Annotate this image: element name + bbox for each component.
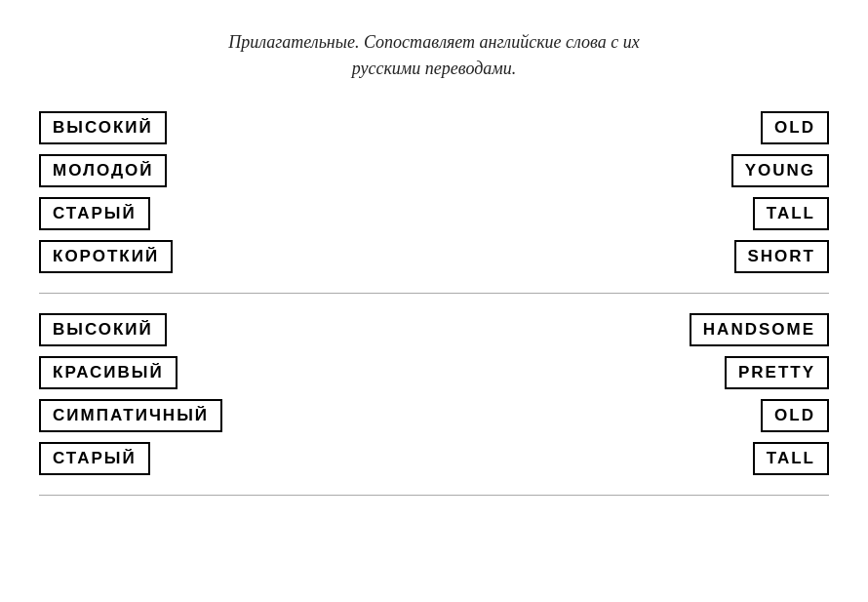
right-word-box[interactable]: SHORT [734,240,830,273]
right-word-box[interactable]: OLD [761,399,829,432]
table-row: КОРОТКИЙSHORT [39,240,829,273]
section1: ВЫСОКИЙOLDМОЛОДОЙYOUNGСТАРЫЙTALLКОРОТКИЙ… [39,111,829,273]
table-row: ВЫСОКИЙOLD [39,111,829,144]
description-line2: русскими переводами. [352,59,517,78]
right-word-box[interactable]: YOUNG [731,154,829,187]
table-row: СТАРЫЙTALL [39,442,829,475]
right-word-box[interactable]: PRETTY [725,356,829,389]
left-word-box[interactable]: СТАРЫЙ [39,442,150,475]
left-word-box[interactable]: ВЫСОКИЙ [39,111,167,144]
left-word-box[interactable]: СИМПАТИЧНЫЙ [39,399,222,432]
description-line1: Прилагательные. Сопоставляет английские … [228,32,640,52]
right-word-box[interactable]: HANDSOME [690,313,829,346]
table-row: МОЛОДОЙYOUNG [39,154,829,187]
left-word-box[interactable]: КОРОТКИЙ [39,240,173,273]
right-word-box[interactable]: TALL [753,197,829,230]
table-row: КРАСИВЫЙPRETTY [39,356,829,389]
section-divider-1 [39,293,829,294]
description: Прилагательные. Сопоставляет английские … [39,29,829,82]
table-row: ВЫСОКИЙHANDSOME [39,313,829,346]
right-word-box[interactable]: TALL [753,442,829,475]
section-divider-2 [39,495,829,496]
left-word-box[interactable]: МОЛОДОЙ [39,154,167,187]
left-word-box[interactable]: СТАРЫЙ [39,197,150,230]
table-row: СТАРЫЙTALL [39,197,829,230]
section2: ВЫСОКИЙHANDSOMEКРАСИВЫЙPRETTYСИМПАТИЧНЫЙ… [39,313,829,475]
left-word-box[interactable]: ВЫСОКИЙ [39,313,167,346]
left-word-box[interactable]: КРАСИВЫЙ [39,356,178,389]
table-row: СИМПАТИЧНЫЙOLD [39,399,829,432]
right-word-box[interactable]: OLD [761,111,829,144]
